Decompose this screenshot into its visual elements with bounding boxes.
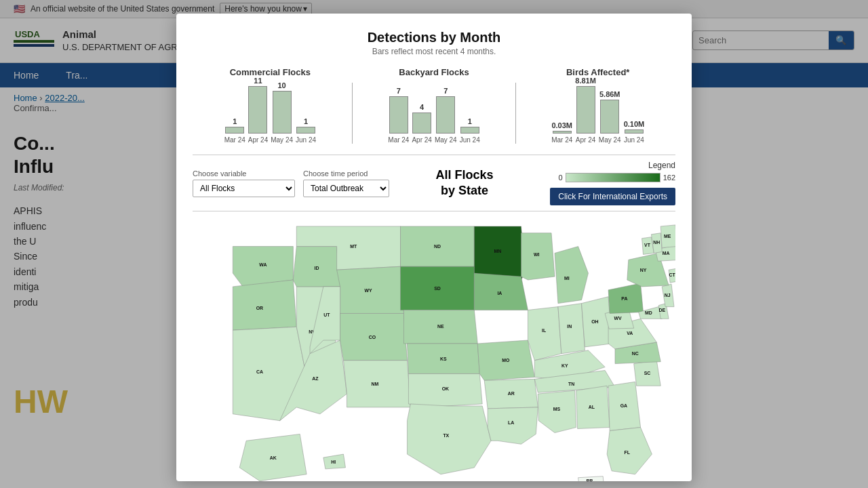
ba-bar-val-2: 5.86M xyxy=(599,90,620,98)
period-control: Choose time period Total Outbreak Last 3… xyxy=(303,169,389,197)
bar-charts-row: Commercial Flocks 1 Mar 24 11 Apr 24 xyxy=(193,67,675,144)
ba-bar-label-0: Mar 24 xyxy=(551,136,572,144)
by-bar-label-1: Apr 24 xyxy=(412,136,431,144)
by-bar-val-1: 4 xyxy=(420,103,424,111)
ba-bar-label-1: Apr 24 xyxy=(576,136,595,144)
birds-affected-title: Birds Affected* xyxy=(520,67,675,77)
period-label: Choose time period xyxy=(303,169,389,178)
bar-col-1: 11 Apr 24 xyxy=(248,77,268,144)
ba-bar-label-3: Jun 24 xyxy=(624,136,644,144)
state-WA[interactable] xyxy=(233,247,293,287)
chart-divider-2 xyxy=(515,83,516,144)
map-title-center: All Flocksby State xyxy=(397,167,532,199)
bar-val-2: 10 xyxy=(277,81,285,89)
legend-gradient xyxy=(566,173,660,182)
by-bar-val-2: 7 xyxy=(443,87,448,95)
state-HI[interactable] xyxy=(323,454,346,469)
ba-bar-col-1: 8.81M Apr 24 xyxy=(575,77,596,144)
commercial-flocks-title: Commercial Flocks xyxy=(193,67,348,77)
bar-rect-0 xyxy=(225,127,244,134)
legend-label: Legend xyxy=(648,161,675,170)
chart-divider-1 xyxy=(352,83,353,144)
by-bar-rect-1 xyxy=(412,113,431,134)
legend-min: 0 xyxy=(559,174,563,182)
state-MS[interactable] xyxy=(538,390,576,432)
by-bar-val-3: 1 xyxy=(468,117,472,125)
by-bar-col-1: 4 Apr 24 xyxy=(412,103,431,144)
state-NJ[interactable] xyxy=(662,284,674,307)
chart-subtitle: Bars reflect most recent 4 months. xyxy=(193,47,675,56)
state-NM[interactable] xyxy=(344,361,411,407)
backyard-bars: 7 Mar 24 4 Apr 24 7 May 24 xyxy=(357,83,512,144)
state-IL[interactable] xyxy=(528,307,561,361)
legend-max: 162 xyxy=(663,174,675,182)
state-ME[interactable] xyxy=(660,225,675,248)
by-bar-col-3: 1 Jun 24 xyxy=(460,117,480,144)
modal-overlay: Detections by Month Bars reflect most re… xyxy=(0,0,868,488)
period-select[interactable]: Total Outbreak Last 30 Days Last 60 Days xyxy=(303,180,389,197)
state-MI[interactable] xyxy=(555,247,588,304)
bar-rect-1 xyxy=(248,86,267,134)
variable-select[interactable]: All Flocks Commercial Flocks Backyard Fl… xyxy=(193,180,295,197)
ba-bar-rect-0 xyxy=(553,131,572,134)
legend-bar-row: 0 162 xyxy=(559,173,675,182)
birds-affected-chart: Birds Affected* 0.03M Mar 24 8.81M Apr 2… xyxy=(520,67,675,144)
state-ND[interactable] xyxy=(401,226,475,266)
state-WI[interactable] xyxy=(521,233,555,280)
state-AR[interactable] xyxy=(484,379,538,409)
backyard-flocks-title: Backyard Flocks xyxy=(357,67,512,77)
modal: Detections by Month Bars reflect most re… xyxy=(176,14,692,481)
ba-bar-val-0: 0.03M xyxy=(551,121,572,129)
bar-label-1: Apr 24 xyxy=(248,136,268,144)
state-MN[interactable] xyxy=(474,226,524,280)
state-OR[interactable] xyxy=(233,280,296,330)
state-FL[interactable] xyxy=(607,428,652,474)
state-AL[interactable] xyxy=(576,386,610,428)
commercial-bars: 1 Mar 24 11 Apr 24 10 May 24 xyxy=(193,83,348,144)
state-PR[interactable] xyxy=(578,476,604,481)
state-AK[interactable] xyxy=(239,434,307,481)
state-CT[interactable] xyxy=(669,268,675,283)
state-MO[interactable] xyxy=(477,340,534,380)
backyard-flocks-chart: Backyard Flocks 7 Mar 24 4 Apr 24 xyxy=(357,67,512,144)
state-OK[interactable] xyxy=(408,373,482,407)
bar-col-0: 1 Mar 24 xyxy=(224,117,245,144)
bar-rect-2 xyxy=(273,91,292,134)
state-SC[interactable] xyxy=(634,361,661,386)
state-PA[interactable] xyxy=(608,283,643,313)
state-WY[interactable] xyxy=(337,266,404,313)
bar-val-1: 11 xyxy=(254,77,262,85)
state-IA[interactable] xyxy=(474,273,528,310)
state-IN[interactable] xyxy=(558,304,585,354)
by-bar-val-0: 7 xyxy=(397,87,401,95)
state-LA[interactable] xyxy=(488,407,538,444)
variable-label: Choose variable xyxy=(193,169,295,178)
by-bar-col-0: 7 Mar 24 xyxy=(388,87,409,144)
by-bar-rect-2 xyxy=(436,96,455,134)
state-ID[interactable] xyxy=(293,247,340,287)
intl-exports-button[interactable]: Click For International Exports xyxy=(550,188,675,205)
state-CO[interactable] xyxy=(340,313,408,360)
bar-col-3: 1 Jun 24 xyxy=(296,117,316,144)
by-bar-label-0: Mar 24 xyxy=(388,136,409,144)
state-NE[interactable] xyxy=(404,310,478,343)
bar-label-0: Mar 24 xyxy=(224,136,245,144)
controls-row: Choose variable All Flocks Commercial Fl… xyxy=(193,155,675,211)
ba-bar-col-0: 0.03M Mar 24 xyxy=(551,121,572,144)
bar-val-0: 1 xyxy=(233,117,237,125)
variable-control: Choose variable All Flocks Commercial Fl… xyxy=(193,169,295,197)
bar-label-3: Jun 24 xyxy=(296,136,316,144)
bar-label-2: May 24 xyxy=(271,136,293,144)
state-TX[interactable] xyxy=(407,404,491,474)
by-bar-rect-0 xyxy=(389,96,408,134)
us-map: WA OR CA NV ID MT xyxy=(193,220,675,481)
background-page: 🇺🇸 An official website of the United Sta… xyxy=(0,0,868,488)
ba-bar-col-2: 5.86M May 24 xyxy=(599,90,621,144)
ba-bar-rect-2 xyxy=(600,100,619,134)
state-GA[interactable] xyxy=(608,382,640,430)
by-bar-rect-3 xyxy=(460,127,479,134)
state-KS[interactable] xyxy=(407,344,479,373)
state-SD[interactable] xyxy=(401,266,475,310)
ba-bar-col-3: 0.10M Jun 24 xyxy=(624,120,645,144)
chart-title: Detections by Month xyxy=(193,30,675,45)
